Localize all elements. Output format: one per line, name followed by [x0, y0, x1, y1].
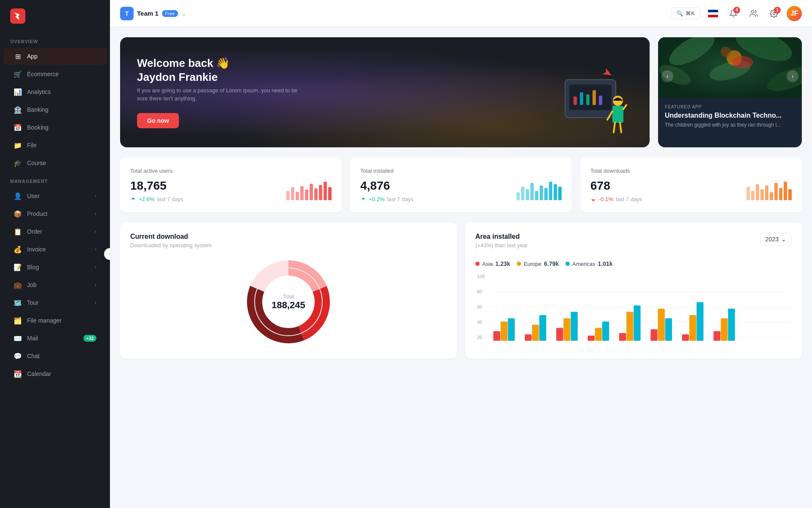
stat-bar-2-6 — [774, 183, 778, 200]
search-button[interactable]: 🔍 ⌘K — [671, 7, 700, 19]
charts-row: Current download Downloaded by operating… — [120, 223, 802, 359]
sidebar-item-booking[interactable]: 📅 Booking — [3, 119, 107, 136]
europe-dot — [517, 262, 521, 266]
sidebar-item-file-manager[interactable]: 🗂️ File manager — [3, 312, 107, 329]
sidebar-item-app[interactable]: ⊞ App — [3, 48, 107, 65]
sidebar-item-user[interactable]: 👤 User › — [3, 188, 107, 204]
notifications-button[interactable]: 4 — [726, 6, 741, 21]
team-name: Team 1 — [137, 10, 159, 17]
hero-content: Welcome back 👋 Jaydon Frankie If you are… — [137, 57, 633, 128]
legend-asia: Asia 1.23k — [475, 260, 510, 267]
bar-chart-container: 100 80 60 40 20 — [475, 272, 792, 348]
banking-icon: 🏦 — [14, 105, 22, 114]
sidebar-item-chat[interactable]: 💬 Chat — [3, 348, 107, 364]
stat-chart-1 — [516, 182, 562, 200]
team-selector[interactable]: T Team 1 Free ⌄ — [120, 7, 187, 20]
sidebar-item-job[interactable]: 💼 Job › — [3, 276, 107, 293]
americas-label: Americas — [572, 261, 595, 267]
invoice-label: Invoice — [27, 246, 46, 253]
sidebar-item-banking[interactable]: 🏦 Banking — [3, 101, 107, 118]
hero-name: Jaydon Frankie — [137, 71, 633, 84]
featured-card-bg — [658, 37, 802, 98]
stat-bar-1-5 — [540, 185, 543, 200]
year-value: 2023 — [765, 236, 779, 243]
featured-prev-button[interactable]: ‹ — [661, 70, 673, 82]
donut-label: Total 188,245 — [272, 293, 305, 311]
download-chart-title: Current download — [130, 233, 447, 240]
language-button[interactable] — [705, 6, 721, 21]
user-avatar[interactable]: JF — [787, 6, 802, 21]
booking-icon: 📅 — [14, 123, 22, 132]
sidebar-item-order[interactable]: 📋 Order › — [3, 223, 107, 240]
file-manager-label: File manager — [27, 317, 62, 324]
stat-bar-0-0 — [286, 191, 290, 200]
sidebar: ‹ OVERVIEW ⊞ App 🛒 Ecommerce 📊 Analytics… — [0, 0, 110, 508]
management-label: MANAGEMENT — [0, 172, 110, 187]
sidebar-item-mail[interactable]: ✉️ Mail +32 — [3, 330, 107, 347]
hero-section: Welcome back 👋 Jaydon Frankie If you are… — [120, 37, 802, 147]
chart-legend: Asia 1.23k Europe 6.79k Americas 1.01k — [475, 260, 792, 267]
sidebar-item-blog[interactable]: 📝 Blog › — [3, 259, 107, 276]
europe-value: 6.79k — [544, 260, 559, 267]
stat-bar-2-2 — [756, 184, 759, 200]
stat-bar-0-6 — [314, 188, 318, 200]
tour-icon: 🗺️ — [14, 298, 22, 307]
stat-bar-0-4 — [305, 190, 308, 200]
bar-asia-0 — [493, 331, 500, 341]
legend-americas: Americas 1.01k — [565, 260, 612, 267]
svg-text:80: 80 — [477, 289, 482, 294]
sidebar-item-invoice[interactable]: 💰 Invoice › — [3, 241, 107, 258]
stat-bar-0-2 — [296, 192, 299, 200]
order-label: Order — [27, 228, 42, 235]
sidebar-item-file[interactable]: 📁 File — [3, 137, 107, 154]
featured-next-button[interactable]: › — [787, 70, 798, 82]
americas-dot — [565, 262, 570, 266]
hero-cta-button[interactable]: Go now — [137, 113, 179, 128]
calendar-icon: 📆 — [14, 370, 22, 378]
contacts-button[interactable] — [746, 6, 761, 21]
course-icon: 🎓 — [14, 159, 22, 167]
area-chart-card: Area installed (+43%) than last year 202… — [465, 223, 802, 359]
sidebar-item-course[interactable]: 🎓 Course — [3, 155, 107, 171]
sidebar-item-ecommerce[interactable]: 🛒 Ecommerce — [3, 66, 107, 83]
stat-bar-1-3 — [530, 183, 534, 200]
invoice-icon: 💰 — [14, 245, 22, 254]
sidebar-item-analytics[interactable]: 📊 Analytics — [3, 83, 107, 100]
mail-badge: +32 — [83, 335, 96, 342]
sidebar-item-tour[interactable]: 🗺️ Tour › — [3, 294, 107, 311]
sidebar-logo — [0, 0, 110, 32]
team-selector-chevron: ⌄ — [181, 10, 187, 17]
file-label: File — [27, 142, 37, 149]
mail-label: Mail — [27, 335, 38, 342]
year-chevron: ⌄ — [781, 236, 786, 243]
settings-button[interactable]: 1 — [766, 6, 782, 21]
area-chart-subtitle: (+43%) than last year — [475, 242, 528, 248]
featured-card[interactable]: ‹ › FEATURED APP Understanding Blockchai… — [658, 37, 802, 147]
app-icon: ⊞ — [14, 52, 22, 61]
user-label: User — [27, 193, 40, 199]
bar-asia-7 — [713, 331, 720, 341]
content-area: Welcome back 👋 Jaydon Frankie If you are… — [110, 27, 812, 508]
sidebar-item-product[interactable]: 📦 Product › — [3, 205, 107, 222]
bar-americas-1 — [539, 315, 546, 341]
stat-bar-0-1 — [291, 187, 294, 200]
featured-title: Understanding Blockchain Techno... — [665, 112, 795, 119]
user-icon: 👤 — [14, 192, 22, 200]
stat-value-1: 4,876 — [360, 179, 413, 193]
product-chevron: › — [95, 211, 96, 217]
course-label: Course — [27, 160, 46, 166]
order-icon: 📋 — [14, 227, 22, 236]
stat-bar-1-6 — [544, 188, 548, 200]
hero-greeting: Welcome back 👋 — [137, 57, 633, 70]
sidebar-item-calendar[interactable]: 📆 Calendar — [3, 365, 107, 382]
stat-bar-1-1 — [521, 187, 524, 200]
bar-europe-4 — [626, 312, 633, 341]
stat-bar-1-2 — [526, 189, 529, 200]
area-chart-title: Area installed — [475, 233, 528, 240]
bar-asia-5 — [650, 329, 657, 341]
stat-bar-2-5 — [770, 192, 773, 200]
svg-point-0 — [751, 10, 754, 13]
year-selector[interactable]: 2023 ⌄ — [760, 233, 792, 246]
ecommerce-label: Ecommerce — [27, 71, 59, 77]
download-chart-card: Current download Downloaded by operating… — [120, 223, 457, 359]
